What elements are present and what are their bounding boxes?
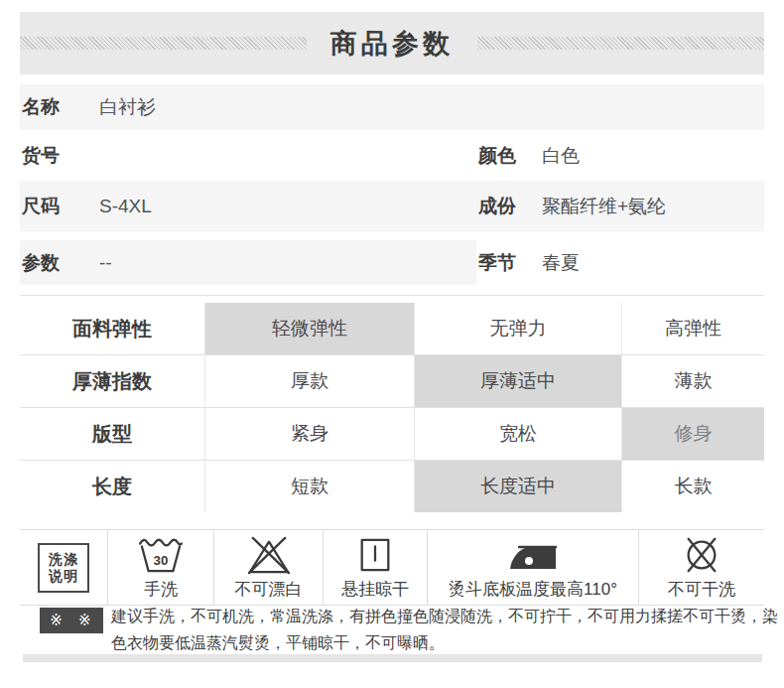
washing-item-iron-low-temp: 烫斗底板温度最高110° (427, 530, 638, 605)
param-value-season: 春夏 (542, 250, 580, 276)
param-label-size: 尺码 (22, 194, 99, 219)
page-title: 商品参数 (307, 26, 477, 62)
attr-option: 厚薄适中 (415, 355, 622, 407)
washing-item-label: 悬挂晾干 (341, 578, 409, 601)
hand-wash-30-icon: 30 (138, 535, 184, 575)
table-row: 长度 短款 长度适中 长款 (20, 461, 764, 512)
attr-option: 薄款 (622, 355, 764, 407)
attr-option: 长度适中 (415, 461, 622, 512)
attr-option: 短款 (205, 461, 415, 512)
param-label-composition: 成份 (478, 194, 542, 219)
param-label-name: 名称 (22, 94, 99, 120)
care-note-text: 建议手洗，不可机洗，常温洗涤，有拼色撞色随浸随洗，不可拧干，不可用力揉搓不可干烫… (111, 603, 779, 656)
attr-option: 修身 (622, 408, 764, 460)
attr-label-fit: 版型 (20, 408, 205, 460)
attr-option: 紧身 (205, 408, 415, 460)
param-label-season: 季节 (478, 250, 542, 276)
attr-option: 厚款 (205, 355, 415, 407)
product-parameters-panel: 商品参数 名称 白衬衫 货号 颜色 白色 尺码 S-4XL 成份 聚酯纤维+氨纶… (0, 0, 784, 688)
washing-item-label: 不可漂白 (235, 578, 303, 601)
param-row-season: 季节 春夏 (476, 240, 764, 285)
washing-item-label: 烫斗底板温度最高110° (449, 578, 617, 601)
no-dry-clean-icon (680, 535, 723, 575)
param-row-name: 名称 白衬衫 (20, 84, 764, 130)
attr-option: 高弹性 (622, 303, 764, 354)
washing-item-hang-dry: 悬挂晾干 (323, 530, 427, 605)
param-row-param: 参数 -- (20, 240, 476, 285)
washing-item-label: 手洗 (144, 578, 178, 601)
washing-tag: 洗涤 说明 (20, 530, 107, 605)
washing-item-no-bleach: 不可漂白 (213, 530, 323, 605)
param-row-composition: 成份 聚酯纤维+氨纶 (476, 181, 764, 231)
bottom-separator-bar (23, 654, 762, 662)
param-value-param: -- (99, 252, 112, 274)
attr-label-elasticity: 面料弹性 (20, 303, 205, 354)
iron-low-temp-icon (507, 535, 559, 575)
param-value-composition: 聚酯纤维+氨纶 (542, 194, 666, 219)
washing-item-label: 不可干洗 (668, 578, 735, 601)
attr-option: 无弹力 (415, 303, 622, 354)
divider-above-attributes (20, 295, 764, 296)
attr-label-thickness: 厚薄指数 (20, 355, 205, 407)
attr-option: 轻微弹性 (205, 303, 415, 354)
param-row-item-no: 货号 (20, 130, 476, 181)
param-value-color: 白色 (542, 143, 580, 169)
svg-text:30: 30 (154, 552, 169, 567)
hatch-stripe-left (20, 37, 307, 50)
washing-item-no-dry-clean: 不可干洗 (638, 530, 764, 605)
attribute-table: 面料弹性 轻微弹性 无弹力 高弹性 厚薄指数 厚款 厚薄适中 薄款 版型 紧身 … (20, 303, 764, 512)
param-row-color: 颜色 白色 (476, 130, 764, 181)
no-bleach-icon (244, 535, 294, 575)
note-marker-badge: ※ ※ (40, 608, 103, 633)
param-label-color: 颜色 (478, 143, 542, 169)
section-header: 商品参数 (20, 12, 764, 74)
param-label-param: 参数 (22, 250, 99, 276)
hang-dry-icon (356, 535, 394, 575)
attr-option: 宽松 (415, 408, 622, 460)
attr-label-length: 长度 (20, 461, 205, 512)
param-row-size: 尺码 S-4XL (20, 181, 476, 231)
washing-tag-box: 洗涤 说明 (38, 543, 89, 593)
param-value-name: 白衬衫 (99, 94, 156, 120)
table-row: 版型 紧身 宽松 修身 (20, 408, 764, 461)
table-row: 面料弹性 轻微弹性 无弹力 高弹性 (20, 303, 764, 355)
hatch-stripe-right (477, 37, 764, 50)
washing-instructions-row: 洗涤 说明 30 手洗 不可漂白 悬挂晾干 (20, 529, 764, 606)
param-value-size: S-4XL (99, 196, 152, 217)
param-label-item-no: 货号 (22, 143, 99, 169)
washing-item-hand-wash: 30 手洗 (107, 530, 213, 605)
attr-option: 长款 (622, 461, 764, 512)
table-row: 厚薄指数 厚款 厚薄适中 薄款 (20, 355, 764, 408)
